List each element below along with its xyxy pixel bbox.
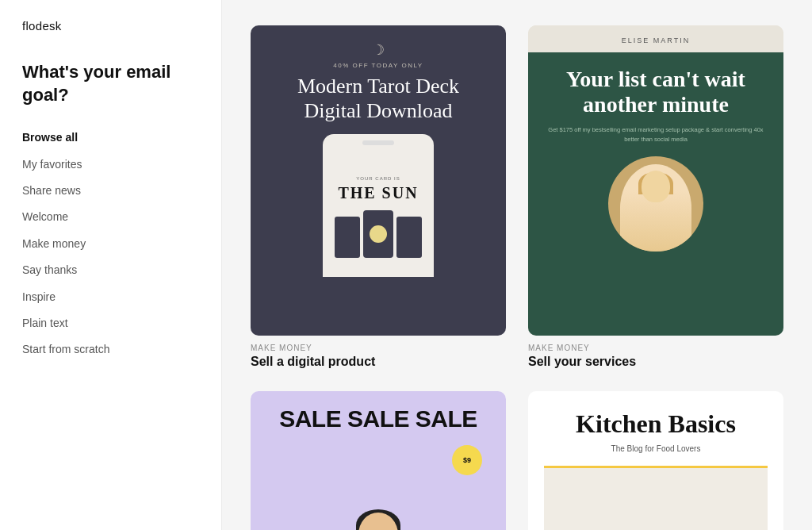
sidebar-item-inspire[interactable]: Inspire: [22, 285, 199, 309]
phone-mockup: YOUR CARD IS THE SUN: [323, 134, 434, 277]
sidebar: flodesk What's your email goal? Browse a…: [0, 0, 222, 530]
phone-notch: [362, 140, 394, 145]
sidebar-item-make-money[interactable]: Make money: [22, 232, 199, 255]
tarot-name: Sell a digital product: [251, 355, 506, 369]
person-head: [642, 171, 670, 202]
template-preview-tarot: ☽ 40% OFF TODAY ONLY Modern Tarot Deck D…: [251, 25, 506, 336]
template-preview-sale: SALE SALE SALE $9: [251, 391, 506, 530]
sidebar-item-welcome[interactable]: Welcome: [22, 205, 199, 229]
tarot-mini-card-center: [363, 210, 393, 258]
services-meta: MAKE MONEY Sell your services: [528, 342, 783, 369]
main-content: ☽ 40% OFF TODAY ONLY Modern Tarot Deck D…: [222, 0, 812, 530]
sidebar-item-start-from-scratch[interactable]: Start from scratch: [22, 337, 199, 361]
template-card-services[interactable]: ELISE MARTIN Your list can't wait anothe…: [528, 25, 783, 369]
sidebar-item-say-thanks[interactable]: Say thanks: [22, 258, 199, 282]
services-top: ELISE MARTIN: [528, 25, 783, 52]
sale-title: SALE SALE SALE: [279, 405, 477, 432]
phone-subtitle: YOUR CARD IS: [356, 176, 400, 181]
services-person-shape: [620, 164, 691, 252]
kitchen-card-inner: Kitchen Basics The Blog for Food Lovers: [528, 391, 783, 530]
price-badge: $9: [452, 445, 482, 475]
template-grid: ☽ 40% OFF TODAY ONLY Modern Tarot Deck D…: [251, 25, 783, 530]
services-desc: Get $175 off my bestselling email market…: [541, 125, 771, 144]
template-preview-kitchen: Kitchen Basics The Blog for Food Lovers: [528, 391, 783, 530]
sidebar-nav: Browse all My favorites Share news Welco…: [22, 125, 199, 362]
sidebar-item-browse-all[interactable]: Browse all: [22, 125, 199, 149]
template-card-sale[interactable]: SALE SALE SALE $9 MAKE MONEY Run a sale: [251, 391, 506, 530]
sidebar-item-share-news[interactable]: Share news: [22, 179, 199, 202]
kitchen-subtitle: The Blog for Food Lovers: [611, 444, 701, 453]
tarot-category: MAKE MONEY: [251, 344, 506, 352]
template-card-tarot[interactable]: ☽ 40% OFF TODAY ONLY Modern Tarot Deck D…: [251, 25, 506, 369]
services-person-name: ELISE MARTIN: [541, 36, 771, 44]
sun-circle: [370, 225, 387, 243]
services-person-circle: [608, 156, 703, 252]
services-title: Your list can't wait another minute: [541, 67, 771, 117]
sale-card-inner: SALE SALE SALE $9: [251, 391, 506, 530]
tarot-main-title: Modern Tarot Deck Digital Download: [266, 74, 490, 123]
moon-icon: ☽: [372, 41, 385, 59]
template-card-kitchen[interactable]: Kitchen Basics The Blog for Food Lovers …: [528, 391, 783, 530]
off-text: 40% OFF TODAY ONLY: [333, 62, 423, 69]
kitchen-image-area: [544, 468, 768, 530]
tarot-card-inner: ☽ 40% OFF TODAY ONLY Modern Tarot Deck D…: [251, 25, 506, 336]
services-green-section: Your list can't wait another minute Get …: [528, 52, 783, 336]
tarot-cards-row: [335, 210, 422, 258]
services-category: MAKE MONEY: [528, 344, 783, 352]
tarot-mini-card-left: [335, 217, 360, 258]
app-logo: flodesk: [22, 19, 199, 33]
kitchen-title: Kitchen Basics: [576, 410, 736, 438]
tarot-meta: MAKE MONEY Sell a digital product: [251, 342, 506, 369]
sidebar-item-my-favorites[interactable]: My favorites: [22, 152, 199, 176]
template-preview-services: ELISE MARTIN Your list can't wait anothe…: [528, 25, 783, 336]
sidebar-title: What's your email goal?: [22, 61, 199, 106]
tarot-mini-card-right: [396, 217, 422, 258]
services-card-inner: ELISE MARTIN Your list can't wait anothe…: [528, 25, 783, 336]
services-name: Sell your services: [528, 355, 783, 369]
sidebar-item-plain-text[interactable]: Plain text: [22, 311, 199, 335]
phone-card-title: THE SUN: [338, 184, 418, 202]
